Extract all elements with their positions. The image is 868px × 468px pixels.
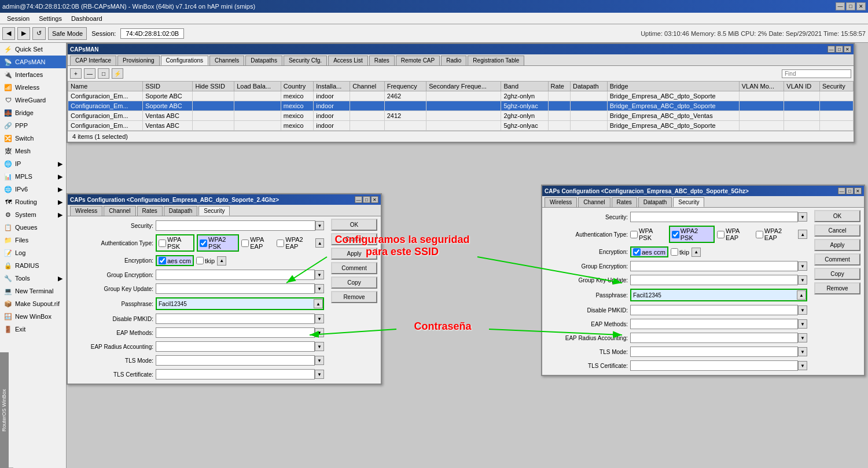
dialog2-close[interactable]: ✕ xyxy=(854,187,862,194)
tls-cert-input-1[interactable] xyxy=(156,369,315,379)
sidebar-item-routing[interactable]: 🗺 Routing ▶ xyxy=(0,196,66,208)
tab-rates[interactable]: Rates xyxy=(369,56,395,65)
dialog2-ok-btn[interactable]: OK xyxy=(814,210,860,222)
sidebar-item-exit[interactable]: 🚪 Exit xyxy=(0,323,66,336)
dialog2-comment-btn[interactable]: Comment xyxy=(814,253,860,266)
sidebar-item-bridge[interactable]: 🌉 Bridge xyxy=(0,106,66,119)
capsman-min-btn[interactable]: — xyxy=(827,46,835,53)
remove-config-btn[interactable]: — xyxy=(84,68,95,79)
eap-methods-input-1[interactable] xyxy=(156,327,315,338)
tab-configurations[interactable]: Configurations xyxy=(161,56,208,65)
tab-datapaths[interactable]: Datapaths xyxy=(245,56,282,65)
tab-channels[interactable]: Channels xyxy=(209,56,244,65)
refresh-btn[interactable]: ↺ xyxy=(32,27,46,40)
table-row[interactable]: Configuracion_Em... Ventas ABC mexico in… xyxy=(68,121,854,131)
dialog2-copy-btn[interactable]: Copy xyxy=(814,268,860,280)
dialog2-tab-rates[interactable]: Rates xyxy=(612,197,637,207)
table-row[interactable]: Configuracion_Em... Ventas ABC mexico in… xyxy=(68,111,854,121)
add-config-btn[interactable]: + xyxy=(70,68,82,79)
passphrase-input-1[interactable] xyxy=(157,299,314,309)
dialog2-tab-security[interactable]: Security xyxy=(673,197,704,207)
enc-scroll-up-2[interactable]: ▲ xyxy=(692,248,701,257)
eap-methods-scroll-2[interactable]: ▼ xyxy=(798,319,807,329)
sidebar-item-radius[interactable]: 🔒 RADIUS xyxy=(0,259,66,272)
filter-btn[interactable]: ⚡ xyxy=(112,68,123,79)
dialog1-cancel-btn[interactable]: Cancel xyxy=(331,233,377,245)
tab-access-list[interactable]: Access List xyxy=(328,56,368,65)
eap-methods-input-2[interactable] xyxy=(630,319,798,329)
group-key-scroll-2[interactable]: ▼ xyxy=(798,275,807,285)
dialog2-remove-btn[interactable]: Remove xyxy=(814,282,860,294)
tls-mode-input-1[interactable] xyxy=(156,355,315,366)
group-enc-scroll-2[interactable]: ▼ xyxy=(798,261,807,271)
aes-ccm-check-2[interactable] xyxy=(633,248,641,256)
menu-settings[interactable]: Settings xyxy=(34,14,67,23)
eap-radius-input-2[interactable] xyxy=(630,333,798,343)
eap-radius-scroll-1[interactable]: ▼ xyxy=(315,342,324,351)
table-row[interactable]: Configuracion_Em... Soporte ABC mexico i… xyxy=(68,101,854,111)
dialog1-close[interactable]: ✕ xyxy=(371,196,378,203)
forward-btn[interactable]: ▶ xyxy=(17,27,30,40)
group-key-scroll-1[interactable]: ▼ xyxy=(315,284,324,293)
dialog1-min[interactable]: — xyxy=(355,196,362,203)
dialog2-cancel-btn[interactable]: Cancel xyxy=(814,224,860,237)
dialog1-copy-btn[interactable]: Copy xyxy=(331,277,377,289)
find-input[interactable] xyxy=(782,69,851,78)
dialog1-tab-channel[interactable]: Channel xyxy=(104,206,135,216)
tab-provisioning[interactable]: Provisioning xyxy=(117,56,159,65)
tls-mode-input-2[interactable] xyxy=(630,347,798,357)
maximize-btn[interactable]: □ xyxy=(846,2,855,10)
security-dropdown-btn-1[interactable]: ▼ xyxy=(315,221,324,230)
sidebar-item-queues[interactable]: 📋 Queues xyxy=(0,221,66,234)
dialog1-max[interactable]: □ xyxy=(363,196,370,203)
tab-remote-cap[interactable]: Remote CAP xyxy=(396,56,440,65)
group-enc-input-1[interactable] xyxy=(156,270,315,280)
pmkid-scroll-2[interactable]: ▼ xyxy=(798,305,807,315)
close-btn[interactable]: ✕ xyxy=(856,2,866,10)
dialog1-tab-security[interactable]: Security xyxy=(198,206,230,216)
table-row[interactable]: Configuracion_Em... Soporte ABC mexico i… xyxy=(68,91,854,101)
dialog1-comment-btn[interactable]: Comment xyxy=(331,262,377,274)
group-enc-input-2[interactable] xyxy=(630,261,798,271)
tkip-check-1[interactable] xyxy=(196,257,204,264)
eap-methods-scroll-1[interactable]: ▼ xyxy=(315,328,324,337)
sidebar-item-ipv6[interactable]: 🌐 IPv6 ▶ xyxy=(0,183,66,196)
dialog1-remove-btn[interactable]: Remove xyxy=(331,291,377,303)
eap-radius-scroll-2[interactable]: ▼ xyxy=(798,333,807,342)
dialog2-tab-datapath[interactable]: Datapath xyxy=(638,197,672,207)
dialog2-tab-channel[interactable]: Channel xyxy=(578,197,610,207)
dialog1-ok-btn[interactable]: OK xyxy=(331,219,377,231)
enc-scroll-up-1[interactable]: ▲ xyxy=(217,256,226,266)
sidebar-item-makesupout[interactable]: 📦 Make Supout.rif xyxy=(0,297,66,310)
sidebar-item-wireless[interactable]: 📶 Wireless xyxy=(0,81,66,94)
sidebar-item-wireguard[interactable]: 🛡 WireGuard xyxy=(0,94,66,106)
sidebar-item-switch[interactable]: 🔀 Switch xyxy=(0,132,66,145)
wpa-psk-check-2[interactable] xyxy=(630,231,638,238)
capsman-max-btn[interactable]: □ xyxy=(836,46,843,53)
security-input-2[interactable] xyxy=(630,212,798,222)
tab-security-cfg[interactable]: Security Cfg. xyxy=(284,56,327,65)
tls-cert-scroll-1[interactable]: ▼ xyxy=(315,370,324,379)
wpa2-eap-check-2[interactable] xyxy=(756,231,763,238)
dialog1-tab-wireless[interactable]: Wireless xyxy=(70,206,102,216)
passphrase-input-2[interactable] xyxy=(631,290,797,300)
dialog2-tab-wireless[interactable]: Wireless xyxy=(545,197,577,207)
sidebar-item-mpls[interactable]: 📊 MPLS ▶ xyxy=(0,170,66,183)
sidebar-item-newterminal[interactable]: 💻 New Terminal xyxy=(0,285,66,297)
tls-cert-input-2[interactable] xyxy=(630,360,798,371)
minimize-btn[interactable]: — xyxy=(836,2,845,10)
tls-cert-scroll-2[interactable]: ▼ xyxy=(798,361,807,370)
sidebar-item-log[interactable]: 📝 Log xyxy=(0,246,66,259)
pmkid-input-1[interactable] xyxy=(156,314,315,324)
passphrase-scroll-2[interactable]: ▲ xyxy=(797,290,806,300)
sidebar-item-interfaces[interactable]: 🔌 Interfaces xyxy=(0,68,66,81)
pmkid-scroll-1[interactable]: ▼ xyxy=(315,314,324,323)
sidebar-item-quickset[interactable]: ⚡ Quick Set xyxy=(0,43,66,56)
tls-mode-scroll-1[interactable]: ▼ xyxy=(315,356,324,365)
passphrase-scroll-1[interactable]: ▲ xyxy=(314,299,323,308)
sidebar-item-mesh[interactable]: 🕸 Mesh xyxy=(0,145,66,157)
wpa-eap-check-1[interactable] xyxy=(241,239,249,247)
auth-scroll-up-1[interactable]: ▲ xyxy=(315,238,324,248)
group-key-input-2[interactable] xyxy=(630,275,798,285)
group-key-input-1[interactable] xyxy=(156,283,315,294)
